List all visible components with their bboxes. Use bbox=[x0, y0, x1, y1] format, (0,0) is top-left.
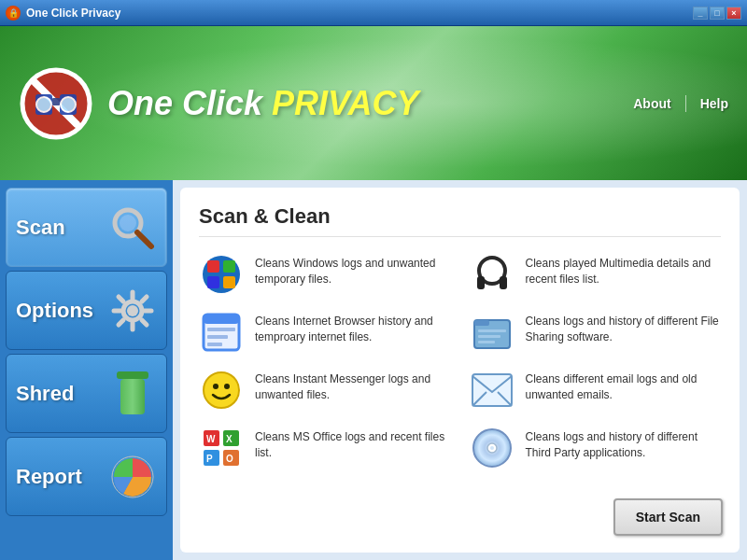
svg-point-20 bbox=[127, 305, 138, 316]
main-area: Scan Options bbox=[0, 180, 747, 560]
options-icon bbox=[108, 287, 157, 335]
svg-rect-41 bbox=[478, 329, 506, 332]
svg-rect-37 bbox=[207, 335, 228, 339]
svg-line-17 bbox=[142, 320, 147, 325]
features-grid: Cleans Windows logs and unwanted tempora… bbox=[199, 252, 721, 470]
sidebar-item-options[interactable]: Options bbox=[6, 271, 167, 350]
nav-divider bbox=[685, 95, 686, 112]
content-title: Scan & Clean bbox=[199, 204, 721, 237]
close-button[interactable]: × bbox=[726, 7, 741, 20]
sidebar-label-options: Options bbox=[16, 299, 93, 323]
about-button[interactable]: About bbox=[633, 96, 670, 111]
feature-fileshare: Cleans logs and history of different Fil… bbox=[470, 310, 722, 355]
feature-browser: Cleans Internet Browser history and temp… bbox=[199, 310, 451, 355]
sidebar-label-shred: Shred bbox=[16, 382, 74, 406]
feature-text-windows: Cleans Windows logs and unwanted tempora… bbox=[255, 252, 451, 287]
headphone-icon bbox=[470, 252, 514, 297]
feature-text-fileshare: Cleans logs and history of different Fil… bbox=[526, 310, 722, 345]
svg-rect-40 bbox=[474, 320, 489, 326]
svg-point-5 bbox=[36, 97, 51, 112]
svg-line-10 bbox=[137, 232, 151, 246]
msoffice-icon: W X P O bbox=[199, 426, 244, 470]
svg-point-9 bbox=[120, 215, 136, 231]
start-scan-button[interactable]: Start Scan bbox=[613, 498, 723, 536]
svg-point-6 bbox=[61, 97, 76, 112]
app-icon: 🔒 bbox=[6, 6, 21, 21]
content-area: Scan & Clean bbox=[180, 188, 740, 553]
sidebar-label-report: Report bbox=[16, 465, 82, 489]
header: One Click PRIVACY About Help bbox=[0, 26, 747, 180]
svg-point-60 bbox=[490, 446, 494, 450]
sidebar: Scan Options bbox=[0, 180, 173, 560]
app-container: One Click PRIVACY About Help Scan bbox=[0, 26, 747, 560]
app-title: One Click Privacy bbox=[26, 7, 120, 20]
minimize-button[interactable]: _ bbox=[693, 7, 708, 20]
svg-rect-42 bbox=[478, 335, 500, 338]
logo-text: One Click PRIVACY bbox=[107, 84, 418, 123]
feature-text-messenger: Cleans Instant Messenger logs and unwant… bbox=[255, 368, 451, 403]
email-icon bbox=[470, 368, 514, 413]
svg-rect-28 bbox=[223, 276, 235, 288]
svg-line-19 bbox=[119, 320, 123, 325]
shred-icon bbox=[108, 370, 157, 418]
feature-windows-logs: Cleans Windows logs and unwanted tempora… bbox=[199, 252, 451, 297]
title-bar-left: 🔒 One Click Privacy bbox=[6, 6, 120, 21]
svg-line-18 bbox=[142, 297, 147, 301]
feature-text-multimedia: Cleans played Multimedia details and rec… bbox=[526, 252, 722, 287]
browser-icon bbox=[199, 310, 244, 355]
logo-area: One Click PRIVACY bbox=[19, 66, 418, 141]
scan-icon bbox=[108, 203, 157, 252]
feature-text-browser: Cleans Internet Browser history and temp… bbox=[255, 310, 451, 345]
feature-multimedia: Cleans played Multimedia details and rec… bbox=[470, 252, 722, 297]
feature-email: Cleans different email logs and old unwa… bbox=[470, 368, 722, 413]
help-button[interactable]: Help bbox=[700, 96, 728, 111]
windows-icon bbox=[199, 252, 244, 297]
sidebar-label-scan: Scan bbox=[16, 216, 65, 240]
cd-icon bbox=[470, 426, 514, 470]
sidebar-item-shred[interactable]: Shred bbox=[6, 354, 167, 433]
svg-text:X: X bbox=[226, 434, 233, 444]
svg-rect-36 bbox=[207, 328, 235, 331]
svg-rect-26 bbox=[223, 260, 235, 273]
svg-line-16 bbox=[119, 297, 123, 301]
svg-rect-25 bbox=[207, 260, 219, 273]
title-controls: _ □ × bbox=[693, 7, 741, 20]
sidebar-item-report[interactable]: Report bbox=[6, 437, 167, 516]
title-bar: 🔒 One Click Privacy _ □ × bbox=[0, 0, 747, 26]
fileshare-icon bbox=[470, 310, 514, 355]
svg-rect-35 bbox=[204, 315, 239, 324]
svg-rect-21 bbox=[117, 371, 148, 379]
feature-messenger: Cleans Instant Messenger logs and unwant… bbox=[199, 368, 451, 413]
sidebar-item-scan[interactable]: Scan bbox=[6, 188, 167, 267]
svg-rect-43 bbox=[478, 341, 495, 343]
feature-thirdparty: Cleans logs and history of different Thi… bbox=[470, 426, 722, 470]
svg-text:P: P bbox=[206, 454, 213, 464]
svg-point-45 bbox=[213, 384, 218, 389]
svg-text:W: W bbox=[206, 434, 216, 444]
svg-point-44 bbox=[204, 372, 239, 408]
svg-rect-22 bbox=[120, 379, 145, 414]
report-icon bbox=[108, 453, 157, 501]
feature-msoffice: W X P O Cleans MS Office logs and recent… bbox=[199, 426, 451, 470]
feature-text-thirdparty: Cleans logs and history of different Thi… bbox=[526, 426, 722, 461]
logo-icon bbox=[19, 66, 93, 141]
svg-rect-30 bbox=[477, 276, 485, 289]
messenger-icon bbox=[199, 368, 244, 413]
svg-point-46 bbox=[224, 384, 230, 389]
svg-rect-38 bbox=[207, 343, 222, 346]
feature-text-email: Cleans different email logs and old unwa… bbox=[526, 368, 722, 403]
svg-text:O: O bbox=[226, 454, 233, 464]
svg-rect-31 bbox=[500, 276, 507, 289]
svg-rect-7 bbox=[52, 98, 60, 105]
svg-rect-27 bbox=[207, 276, 219, 288]
header-nav: About Help bbox=[633, 95, 728, 112]
feature-text-msoffice: Cleans MS Office logs and recent files l… bbox=[255, 426, 451, 461]
maximize-button[interactable]: □ bbox=[710, 7, 725, 20]
